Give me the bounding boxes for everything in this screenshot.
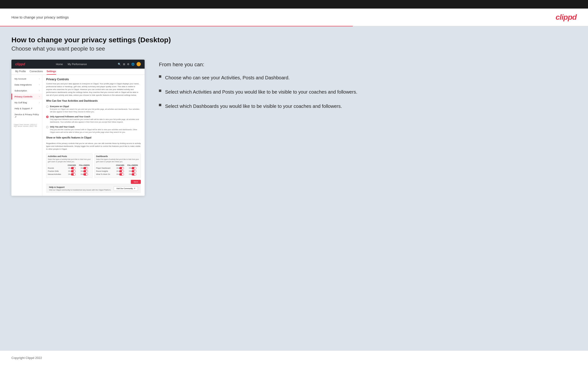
rounds-followers-toggle[interactable]: ON [78,167,91,169]
bullet-text-2: Select which Activities and Posts you wo… [165,89,357,95]
dashboards-coaches-label: COACHES [114,164,126,166]
sidebar-golf-bag[interactable]: My Golf Bag › [11,100,42,106]
nav-performance[interactable]: My Performance [68,63,87,66]
sidebar-subscription[interactable]: Subscription › [11,88,42,94]
player-coaches-on: ON [116,167,119,169]
info-panel: From here you can: Choose who can see yo… [159,60,577,109]
work-followers-on: ON [129,173,131,175]
rounds-coaches-toggle[interactable]: ON [66,167,78,169]
manual-followers-pill [83,173,88,175]
settings-icon[interactable]: ⚙ [127,63,130,66]
bullet-text-1: Choose who can see your Activities, Post… [165,74,290,81]
radio-only-you[interactable]: Only You and Your Coach Only you and the… [46,126,141,133]
radio-you-label: Only You and Your Coach [50,126,141,128]
drills-coaches-toggle[interactable]: ON [66,170,78,172]
insights-followers-pill [131,170,136,172]
toggle-round-insights: Round Insights ON ON [96,170,139,172]
radio-followers-label: Only Approved Followers and Your Coach [50,116,141,118]
rounds-coaches-pill [71,167,76,169]
sidebar-privacy-controls-label: Privacy Controls [15,95,33,98]
insights-followers-on: ON [129,170,131,172]
drills-followers-toggle[interactable]: ON [78,170,91,172]
subnav-profile[interactable]: My Profile [15,70,26,75]
sidebar-data-integrations[interactable]: Data Integrations › [11,82,42,88]
page-subheading: Choose what you want people to see [11,45,577,52]
work-coaches-pill [119,173,124,175]
sidebar-subscription-label: Subscription [15,89,27,92]
dashboards-followers-label: FOLLOWERS [126,164,139,166]
sidebar-my-account[interactable]: My Account › [11,76,42,82]
round-insights-label: Round Insights [96,170,114,172]
bullet-list: Choose who can see your Activities, Post… [159,74,577,109]
grid-icon[interactable]: ⊞ [123,63,125,66]
sidebar-privacy-controls[interactable]: Privacy Controls › [11,94,42,100]
activities-coaches-label: COACHES [66,164,78,166]
visit-community-button[interactable]: Visit Our Community ↗ [114,186,138,191]
dashboards-panel-desc: Select the types of activity that you'd … [96,158,139,163]
bullet-square-2 [159,90,161,92]
save-button[interactable]: Save [131,180,141,184]
activities-panel-title: Activities and Posts [48,155,91,158]
manual-followers-on: ON [81,173,83,175]
bullet-item-3: Select which Dashboards you would like t… [159,103,577,109]
manual-followers-toggle[interactable]: ON [78,173,91,175]
radio-you-desc: Only you and the coaches you connect wit… [50,128,141,133]
manual-coaches-toggle[interactable]: ON [66,173,78,175]
bullet-square-3 [159,104,161,106]
visit-community-label: Visit Our Community [116,187,133,190]
sidebar-help-support[interactable]: Help & Support ↗ [11,106,42,111]
work-followers-toggle[interactable]: ON [126,173,139,175]
radio-circle-followers [46,116,49,118]
dashboards-header-row: COACHES FOLLOWERS [96,164,139,166]
screenshot-container: clippd Home My Performance 🔍 ⊞ ⚙ 🌐 My Pr… [11,60,145,196]
rounds-followers-on: ON [81,167,83,169]
search-icon[interactable]: 🔍 [118,63,121,66]
bullet-text-3: Select which Dashboards you would like t… [165,103,342,109]
external-link-icon: ↗ [134,187,135,190]
radio-inner [47,117,48,117]
rounds-followers-pill [83,167,88,169]
player-followers-toggle[interactable]: ON [126,167,139,169]
chevron-icon: › [39,78,40,80]
panel-desc: Control how you and your data appears to… [46,83,141,97]
player-coaches-toggle[interactable]: ON [114,167,126,169]
insights-coaches-on: ON [116,170,119,172]
manual-label: Manual Activities [48,173,66,175]
sidebar-data-integrations-label: Data Integrations [15,83,32,86]
globe-icon[interactable]: 🌐 [131,63,135,66]
sidebar-version: Clippd Client Version: 2022.8.2SQL Serve… [11,122,42,129]
radio-followers-coach[interactable]: Only Approved Followers and Your Coach O… [46,116,141,123]
radio-everyone[interactable]: Everyone on Clippd Everyone on Clippd ca… [46,105,141,113]
sidebar-service-privacy[interactable]: Service & Privacy Policy ↗ [11,111,42,120]
insights-coaches-toggle[interactable]: ON [114,170,126,172]
chevron-icon: › [39,101,40,104]
subnav-connections[interactable]: Connections [29,70,43,75]
radio-everyone-desc: Everyone on Clippd can search for you an… [50,108,141,113]
activities-posts-panel: Activities and Posts Select the types of… [46,153,93,178]
toggles-grid: Activities and Posts Select the types of… [46,153,141,178]
help-content: Help & Support Visit our Clippd communit… [49,186,111,191]
drills-followers-on: ON [81,170,83,172]
chevron-icon: › [39,83,40,86]
header: How to change your privacy settings clip… [0,8,588,26]
insights-followers-toggle[interactable]: ON [126,170,139,172]
bullet-item-1: Choose who can see your Activities, Post… [159,74,577,81]
bullet-item-2: Select which Activities and Posts you wo… [159,89,577,95]
rounds-label: Rounds [48,167,66,169]
avatar[interactable] [137,62,141,66]
player-followers-pill [131,167,136,169]
work-coaches-toggle[interactable]: ON [114,173,126,175]
subnav-settings[interactable]: Settings [47,70,56,75]
top-bar [0,0,588,8]
chevron-icon: › [39,90,40,92]
sidebar-service-privacy-label: Service & Privacy Policy ↗ [15,113,40,118]
drills-coaches-pill [71,170,76,172]
chevron-icon: › [39,95,40,98]
drills-followers-pill [83,170,88,172]
app-subnav: My Profile Connections Settings [11,69,145,75]
nav-home[interactable]: Home [56,63,63,66]
player-dashboard-label: Player Dashboard [96,167,114,169]
help-section: Help & Support Visit our Clippd communit… [46,184,141,193]
sidebar-my-account-label: My Account [15,77,26,80]
work-coaches-on: ON [116,173,119,175]
